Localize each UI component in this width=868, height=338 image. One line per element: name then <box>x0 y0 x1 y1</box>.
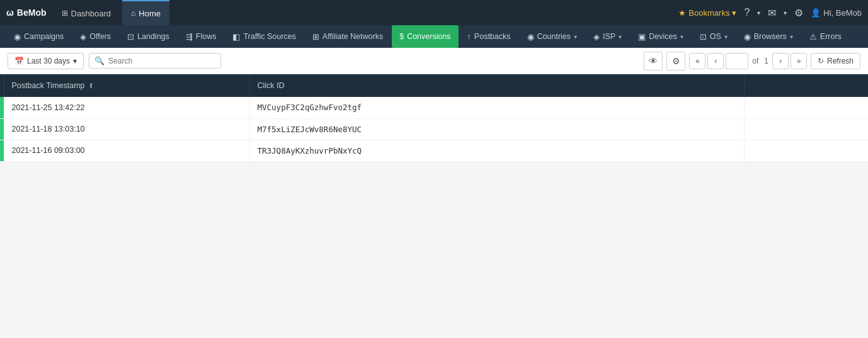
nav-countries-label: Countries <box>537 32 571 41</box>
countries-icon: ◉ <box>527 32 534 42</box>
help-button[interactable]: ? <box>744 7 750 18</box>
nav-devices[interactable]: ▣ Devices ▾ <box>631 25 690 48</box>
logo[interactable]: ω BeMob <box>6 8 47 18</box>
help-caret-icon: ▾ <box>757 9 760 16</box>
total-pages: 1 <box>764 57 768 65</box>
last-page-button[interactable]: » <box>791 53 807 69</box>
logo-text: BeMob <box>17 8 47 18</box>
conversions-table: Postback Timestamp ⬆ Click ID 2021-11-25… <box>0 74 868 162</box>
nav-postbacks[interactable]: ↑ Postbacks <box>460 25 518 48</box>
traffic-sources-icon: ◧ <box>232 32 240 42</box>
nav-traffic-sources-label: Traffic Sources <box>243 32 295 41</box>
settings-button[interactable]: ⚙ <box>794 7 803 19</box>
nav-offers[interactable]: ◈ Offers <box>72 25 118 48</box>
countries-caret-icon: ▾ <box>574 33 577 40</box>
tab-home-label: Home <box>139 9 161 18</box>
eye-icon: 👁 <box>649 56 658 66</box>
nav-traffic-sources[interactable]: ◧ Traffic Sources <box>225 25 303 48</box>
nav-browsers-label: Browsers <box>754 32 787 41</box>
landings-icon: ⊡ <box>127 32 134 42</box>
bookmarks-button[interactable]: ★ Bookmarks ▾ <box>678 8 736 18</box>
nav-countries[interactable]: ◉ Countries ▾ <box>520 25 585 48</box>
extra-cell <box>745 140 868 161</box>
home-tab-icon: ⌂ <box>131 9 135 18</box>
flows-icon: ⇶ <box>186 32 193 42</box>
nav-affiliate-networks[interactable]: ⊞ Affiliate Networks <box>305 25 391 48</box>
top-bar-left: ω BeMob ⊞ Dashboard ⌂ Home <box>6 0 169 25</box>
next-page-button[interactable]: › <box>772 53 789 69</box>
search-input[interactable] <box>108 57 215 65</box>
user-icon: 👤 <box>811 8 821 18</box>
extra-cell <box>745 97 868 118</box>
table-row[interactable]: 2021-11-25 13:42:22 MVCuypF3C2qGzhwFvo2t… <box>0 97 868 118</box>
nav-os[interactable]: ⊡ OS ▾ <box>692 25 735 48</box>
extra-header <box>745 74 868 97</box>
nav-browsers[interactable]: ◉ Browsers ▾ <box>736 25 801 48</box>
toolbar: 📅 Last 30 days ▾ 🔍 👁 ⚙ « ‹ 1 of 1 › <box>0 48 868 74</box>
nav-postbacks-label: Postbacks <box>474 32 511 41</box>
timestamp-header[interactable]: Postback Timestamp ⬆ <box>4 74 249 97</box>
search-box: 🔍 <box>89 53 221 69</box>
click-id-cell: MVCuypF3C2qGzhwFvo2tgf <box>249 97 745 118</box>
table-header-row: Postback Timestamp ⬆ Click ID <box>0 74 868 97</box>
tab-home[interactable]: ⌂ Home <box>122 0 169 25</box>
devices-caret-icon: ▾ <box>680 33 683 40</box>
date-range-button[interactable]: 📅 Last 30 days ▾ <box>8 53 84 69</box>
nav-errors[interactable]: ⚠ Errors <box>802 25 849 48</box>
browsers-caret-icon: ▾ <box>790 33 793 40</box>
of-label: of <box>752 57 758 65</box>
logo-icon: ω <box>6 8 14 18</box>
first-page-button[interactable]: « <box>689 53 705 69</box>
pagination: « ‹ 1 of 1 › » <box>689 53 807 69</box>
nav-errors-label: Errors <box>820 32 842 41</box>
timestamp-sort-icon: ⬆ <box>88 82 94 90</box>
table-row[interactable]: 2021-11-18 13:03:10 M7f5xLiZEJcWv8R6Ne8Y… <box>0 118 868 140</box>
top-bar-right: ★ Bookmarks ▾ ? ▾ ✉ ▾ ⚙ 👤 Hi, BeMob <box>678 7 862 19</box>
refresh-label: Refresh <box>827 57 854 65</box>
tab-dashboard[interactable]: ⊞ Dashboard <box>53 0 120 25</box>
nav-affiliate-networks-label: Affiliate Networks <box>323 32 383 41</box>
user-label: Hi, BeMob <box>823 8 862 18</box>
toolbar-right-controls: 👁 ⚙ « ‹ 1 of 1 › » ↻ Refresh <box>644 52 860 70</box>
nav-flows[interactable]: ⇶ Flows <box>178 25 224 48</box>
notification-button[interactable]: ✉ <box>768 7 776 19</box>
notification-caret-icon: ▾ <box>784 9 787 16</box>
timestamp-cell: 2021-11-16 09:03:00 <box>4 140 249 161</box>
star-icon: ★ <box>678 8 686 18</box>
prev-page-button[interactable]: ‹ <box>707 53 724 69</box>
click-id-cell: M7f5xLiZEJcWv8R6Ne8YUC <box>249 118 745 140</box>
conversions-icon: $ <box>399 32 404 41</box>
user-menu-button[interactable]: 👤 Hi, BeMob <box>811 8 862 18</box>
prev-page-icon: ‹ <box>714 57 717 65</box>
dashboard-tab-icon: ⊞ <box>62 9 68 18</box>
date-range-label: Last 30 days <box>27 57 70 65</box>
devices-icon: ▣ <box>638 32 646 42</box>
page-number-input[interactable]: 1 <box>726 53 748 69</box>
secondary-nav: ◉ Campaigns ◈ Offers ⊡ Landings ⇶ Flows … <box>0 25 868 48</box>
table-container: Postback Timestamp ⬆ Click ID 2021-11-25… <box>0 74 868 162</box>
postbacks-icon: ↑ <box>467 32 471 41</box>
campaigns-icon: ◉ <box>14 32 21 42</box>
eye-button[interactable]: 👁 <box>644 52 663 70</box>
top-bar: ω BeMob ⊞ Dashboard ⌂ Home ★ Bookmarks ▾… <box>0 0 868 25</box>
settings-gear-button[interactable]: ⚙ <box>666 52 685 70</box>
timestamp-cell: 2021-11-25 13:42:22 <box>4 97 249 118</box>
first-page-icon: « <box>695 57 700 65</box>
nav-conversions[interactable]: $ Conversions <box>392 25 458 48</box>
os-caret-icon: ▾ <box>724 33 728 40</box>
nav-landings[interactable]: ⊡ Landings <box>120 25 177 48</box>
nav-landings-label: Landings <box>137 32 169 41</box>
refresh-icon: ↻ <box>818 57 824 65</box>
refresh-button[interactable]: ↻ Refresh <box>811 53 860 69</box>
search-icon: 🔍 <box>94 56 105 65</box>
next-page-icon: › <box>779 57 782 65</box>
table-row[interactable]: 2021-11-16 09:03:00 TR3JQ8AyKXzhuvrPbNxY… <box>0 140 868 161</box>
extra-cell <box>745 118 868 140</box>
os-icon: ⊡ <box>700 32 707 42</box>
nav-campaigns[interactable]: ◉ Campaigns <box>6 25 71 48</box>
nav-isp[interactable]: ◈ ISP ▾ <box>586 25 629 48</box>
click-id-header: Click ID <box>249 74 745 97</box>
tab-dashboard-label: Dashboard <box>71 9 111 18</box>
affiliate-networks-icon: ⊞ <box>312 32 319 42</box>
offers-icon: ◈ <box>80 32 86 42</box>
